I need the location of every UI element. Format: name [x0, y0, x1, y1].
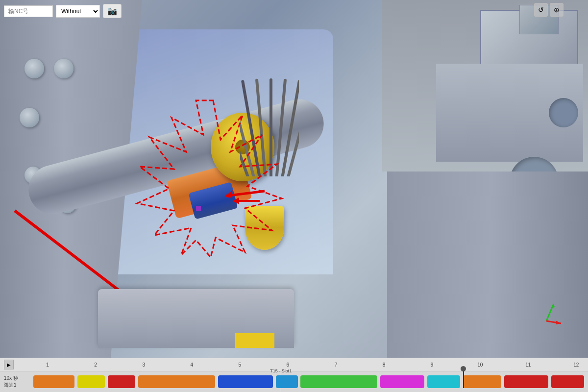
- rotate-icon[interactable]: ↺: [534, 3, 548, 17]
- ruler-tick-label: 12: [572, 362, 580, 368]
- svg-marker-6: [233, 197, 239, 204]
- ruler-tick-label: 4: [188, 362, 196, 368]
- track-block[interactable]: [504, 375, 548, 388]
- track-blocks[interactable]: T15 - Slot1: [33, 375, 584, 388]
- track-block[interactable]: [551, 375, 584, 388]
- timeline: ▶ 123456789101112 10x 秒 遥迪1 T15 - Slot1: [0, 358, 588, 392]
- ruler-tick-label: 8: [380, 362, 388, 368]
- track-block[interactable]: [300, 375, 377, 388]
- timeline-marker: T15 - Slot1: [270, 368, 292, 392]
- ruler-container: 123456789101112: [17, 362, 584, 368]
- ruler-tick-label: 7: [332, 362, 340, 368]
- ruler-tick-label: 10: [476, 362, 484, 368]
- ruler-tick-label: 3: [140, 362, 147, 368]
- speed-label: 10x 秒: [4, 375, 33, 382]
- top-right-machinery: [382, 0, 588, 172]
- ruler-tick-label: 1: [44, 362, 51, 368]
- track-block[interactable]: [380, 375, 424, 388]
- camera-button[interactable]: 📷: [103, 4, 122, 18]
- track-block[interactable]: [33, 375, 74, 388]
- playhead[interactable]: [463, 368, 464, 388]
- track-labels: 10x 秒 遥迪1: [4, 375, 33, 389]
- zoom-in-icon[interactable]: ⊕: [550, 3, 564, 17]
- track-name: 遥迪1: [4, 382, 33, 389]
- ruler-tick-label: 6: [284, 362, 292, 368]
- play-button[interactable]: ▶: [4, 360, 14, 369]
- nc-number-input[interactable]: [4, 5, 53, 17]
- 3d-viewport: ↺ ⊕: [0, 0, 588, 358]
- purple-dot: [196, 206, 201, 211]
- timeline-tracks: 10x 秒 遥迪1 T15 - Slot1: [0, 372, 588, 392]
- mode-select[interactable]: WithoutWithCustom: [56, 5, 100, 18]
- track-block[interactable]: [108, 375, 135, 388]
- track-block[interactable]: [77, 375, 105, 388]
- track-block[interactable]: [463, 375, 502, 388]
- track-block[interactable]: [218, 375, 273, 388]
- ruler-tick-label: 9: [428, 362, 436, 368]
- ruler-tick-label: 11: [524, 362, 532, 368]
- track-block[interactable]: [427, 375, 460, 388]
- timeline-controls: ▶ 123456789101112: [0, 358, 588, 372]
- ruler-tick-label: 2: [92, 362, 99, 368]
- ruler-tick-label: 5: [236, 362, 244, 368]
- viewport-controls[interactable]: ↺ ⊕: [534, 3, 564, 17]
- yellow-strip: [235, 333, 274, 348]
- track-block[interactable]: [138, 375, 215, 388]
- toolbar: WithoutWithCustom 📷: [4, 4, 122, 18]
- small-red-arrow-2: [225, 194, 265, 208]
- coordinate-axes: [529, 296, 564, 331]
